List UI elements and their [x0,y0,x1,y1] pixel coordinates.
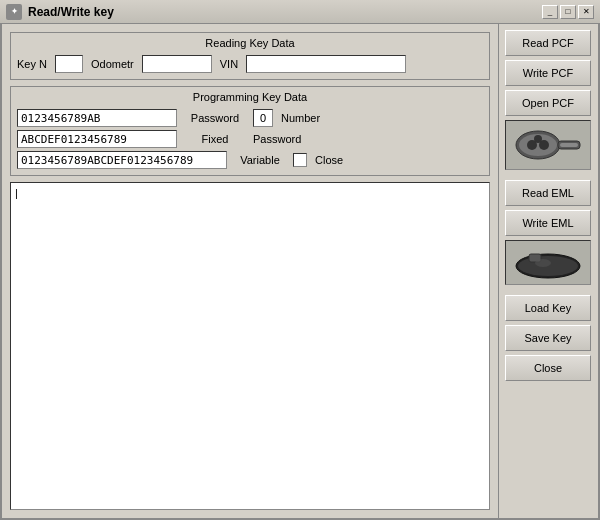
prog-label-password: Password [185,112,245,124]
prog-row-3: Variable Close [17,151,483,169]
write-pcf-button[interactable]: Write PCF [505,60,591,86]
prog-close-label: Close [315,154,343,166]
close-window-button[interactable]: ✕ [578,5,594,19]
text-area[interactable]: | [10,182,490,510]
prog-row-2: Fixed Password [17,130,483,148]
vin-input[interactable] [246,55,406,73]
prog-table: Password Number Fixed Password Variable … [17,109,483,169]
svg-point-10 [535,259,551,267]
key-fob-image [505,120,591,170]
title-bar-controls: _ □ ✕ [542,5,594,19]
key-row: Key N Odometr VIN [17,55,483,73]
prog-input-3[interactable] [17,151,227,169]
svg-point-6 [534,135,542,143]
title-bar-text: Read/Write key [28,5,542,19]
load-key-button[interactable]: Load Key [505,295,591,321]
key-remote-image [505,240,591,285]
prog-label-fixed: Fixed [185,133,245,145]
prog-row-1: Password Number [17,109,483,127]
open-pcf-button[interactable]: Open PCF [505,90,591,116]
key-fob-svg [508,123,588,167]
odometr-label: Odometr [91,58,134,70]
reading-key-section: Reading Key Data Key N Odometr VIN [10,32,490,80]
key-n-label: Key N [17,58,47,70]
number-label: Number [281,112,320,124]
odometr-input[interactable] [142,55,212,73]
read-eml-button[interactable]: Read EML [505,180,591,206]
reading-key-title: Reading Key Data [17,37,483,49]
close-button[interactable]: Close [505,355,591,381]
programming-key-title: Programming Key Data [17,91,483,103]
prog-label-variable: Variable [235,154,285,166]
prog-input-1[interactable] [17,109,177,127]
prog-checkbox[interactable] [293,153,307,167]
vin-label: VIN [220,58,238,70]
title-bar: ✦ Read/Write key _ □ ✕ [0,0,600,24]
write-eml-button[interactable]: Write EML [505,210,591,236]
prog-input-2[interactable] [17,130,177,148]
text-area-content: | [15,187,18,199]
read-pcf-button[interactable]: Read PCF [505,30,591,56]
key-n-input[interactable] [55,55,83,73]
minimize-button[interactable]: _ [542,5,558,19]
programming-key-section: Programming Key Data Password Number Fix… [10,86,490,176]
left-panel: Reading Key Data Key N Odometr VIN Progr… [2,24,498,518]
main-window: Reading Key Data Key N Odometr VIN Progr… [0,24,600,520]
title-icon: ✦ [6,4,22,20]
right-panel: Read PCF Write PCF Open PCF Read EML Wri… [498,24,598,518]
save-key-button[interactable]: Save Key [505,325,591,351]
key-remote-svg [509,244,587,282]
svg-rect-3 [560,143,578,147]
maximize-button[interactable]: □ [560,5,576,19]
prog-number-input[interactable] [253,109,273,127]
prog-password-label: Password [253,133,301,145]
